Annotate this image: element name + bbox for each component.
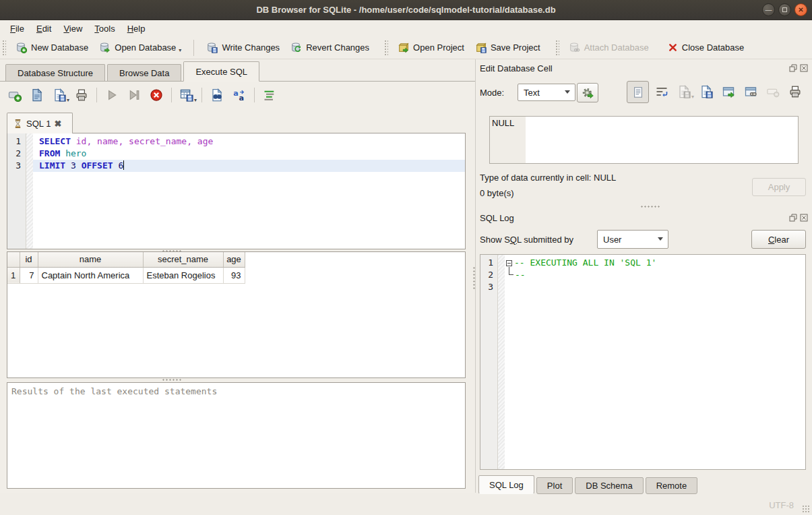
word-wrap-icon[interactable] xyxy=(655,85,668,98)
save-sql-file-button[interactable]: ▾ xyxy=(53,88,66,102)
menu-help[interactable]: Help xyxy=(121,22,152,36)
mode-select[interactable]: Text xyxy=(518,84,575,101)
main-tab-bar: Database Structure Browse Data Execute S… xyxy=(0,61,476,82)
sql-line-2: FROM hero xyxy=(33,148,465,160)
log-line-numbers: 1 2 3 xyxy=(480,255,498,469)
minimize-button[interactable]: ― xyxy=(762,3,775,16)
clear-log-button[interactable]: Clear xyxy=(751,230,806,249)
execute-all-icon xyxy=(105,88,119,102)
copy-link-icon[interactable] xyxy=(744,85,757,98)
open-project-button[interactable]: Open Project xyxy=(392,39,470,56)
save-sql-dropdown-icon[interactable]: ▾ xyxy=(67,97,69,103)
log-filter-select[interactable]: User xyxy=(597,230,668,249)
tab-plot[interactable]: Plot xyxy=(536,477,573,494)
tab-database-structure[interactable]: Database Structure xyxy=(5,64,105,81)
toolbar-grip[interactable] xyxy=(555,40,559,56)
results-message-box[interactable]: Results of the last executed statements xyxy=(7,382,466,489)
close-dock-icon[interactable] xyxy=(800,64,808,72)
save-project-button[interactable]: Save Project xyxy=(470,39,546,56)
maximize-button[interactable] xyxy=(778,3,791,16)
save-results-dropdown-icon[interactable]: ▾ xyxy=(194,97,197,103)
print-sql-button[interactable] xyxy=(75,88,88,102)
open-sql-file-button[interactable] xyxy=(30,88,44,102)
sql-line-3: LIMIT 3 OFFSET 6 xyxy=(33,160,465,172)
column-header-name[interactable]: name xyxy=(38,252,143,267)
menu-edit[interactable]: Edit xyxy=(30,22,57,36)
toolbar-grip[interactable] xyxy=(2,40,6,56)
menu-tools[interactable]: Tools xyxy=(88,22,121,36)
save-results-button[interactable]: ▾ xyxy=(180,88,193,102)
open-database-button[interactable]: Open Database ▾ xyxy=(94,39,187,56)
apply-button[interactable]: Apply xyxy=(752,178,806,196)
execute-all-button[interactable] xyxy=(105,88,119,102)
new-database-button[interactable]: New Database xyxy=(10,39,94,56)
sql-log-view[interactable]: 1 2 3 -- EXECUTING ALL IN 'SQL 1' -- xyxy=(480,254,806,470)
cell-age[interactable]: 93 xyxy=(223,267,245,283)
float-dock-icon[interactable] xyxy=(789,214,797,222)
menu-bar: File Edit View Tools Help xyxy=(0,20,812,36)
stop-execution-button[interactable] xyxy=(150,88,163,102)
tab-db-schema[interactable]: DB Schema xyxy=(575,477,643,494)
auto-complete-button[interactable]: a a xyxy=(232,88,246,102)
splitter-handle[interactable] xyxy=(162,378,182,382)
row-header[interactable]: 1 xyxy=(7,267,20,283)
log-content: -- EXECUTING ALL IN 'SQL 1' -- xyxy=(505,255,805,469)
find-button[interactable] xyxy=(210,88,224,102)
sql-toolbar-separator xyxy=(171,88,172,102)
export-cell-data-icon[interactable] xyxy=(699,85,713,98)
import-cell-data-button[interactable]: ▾ xyxy=(677,85,691,98)
open-external-icon[interactable] xyxy=(722,85,735,98)
tab-sql-log[interactable]: SQL Log xyxy=(478,475,534,494)
cell-editor-gutter: NULL xyxy=(490,117,526,163)
cell-id[interactable]: 7 xyxy=(20,267,38,283)
close-sql-tab-icon[interactable]: ✖ xyxy=(54,119,61,129)
apply-default-button[interactable] xyxy=(577,83,598,102)
print-cell-icon[interactable] xyxy=(788,85,802,98)
format-sql-button[interactable] xyxy=(263,88,276,102)
tab-browse-data[interactable]: Browse Data xyxy=(107,64,181,81)
editor-code-area[interactable]: SELECT id, name, secret_name, age FROM h… xyxy=(33,133,465,249)
close-dock-icon[interactable] xyxy=(800,214,808,222)
set-null-icon[interactable] xyxy=(766,85,780,98)
revert-changes-button[interactable]: Revert Changes xyxy=(285,39,375,56)
menu-file[interactable]: File xyxy=(4,22,30,36)
open-database-dropdown-icon[interactable]: ▾ xyxy=(179,47,181,53)
attach-database-button[interactable]: Attach Database xyxy=(563,39,654,56)
svg-text:a: a xyxy=(233,89,239,98)
text-mode-toggle[interactable] xyxy=(627,81,649,103)
sql-editor[interactable]: 1 2 3 SELECT id, name, secret_name, age … xyxy=(7,133,466,249)
cell-secret-name[interactable]: Esteban Rogelios xyxy=(143,267,223,283)
close-button[interactable]: ✕ xyxy=(794,3,807,16)
resize-grip[interactable] xyxy=(802,505,810,513)
column-header-id[interactable]: id xyxy=(20,252,38,267)
execute-line-button[interactable] xyxy=(127,88,141,102)
new-database-icon xyxy=(15,42,27,53)
find-icon xyxy=(210,88,224,102)
cell-editor[interactable]: NULL xyxy=(489,116,799,164)
menu-view[interactable]: View xyxy=(57,22,88,36)
tree-branch-icon xyxy=(509,267,513,275)
cell-editor-text-area[interactable] xyxy=(526,117,798,163)
dock-splitter-handle[interactable] xyxy=(640,205,660,208)
collapse-marker-icon[interactable] xyxy=(506,260,512,266)
edit-cell-dock-buttons xyxy=(789,64,808,72)
log-filter-label: Show SQL submitted by xyxy=(480,235,573,245)
tab-execute-sql[interactable]: Execute SQL xyxy=(183,61,259,82)
close-database-button[interactable]: Close Database xyxy=(662,40,750,55)
auto-complete-icon: a a xyxy=(232,88,246,102)
chevron-down-icon xyxy=(658,237,663,241)
tab-remote[interactable]: Remote xyxy=(646,477,698,494)
column-header-age[interactable]: age xyxy=(223,252,245,267)
new-sql-tab-button[interactable] xyxy=(8,88,22,102)
sql-editor-tab[interactable]: SQL 1 ✖ xyxy=(7,113,73,133)
column-header-secret-name[interactable]: secret_name xyxy=(143,252,223,267)
corner-header[interactable] xyxy=(7,252,20,267)
revert-changes-icon xyxy=(290,42,302,53)
open-project-icon xyxy=(398,42,409,53)
text-document-icon xyxy=(632,86,644,98)
cell-name[interactable]: Captain North America xyxy=(38,267,143,283)
toolbar-grip[interactable] xyxy=(384,40,388,56)
hourglass-icon xyxy=(13,119,23,129)
write-changes-button[interactable]: Write Changes xyxy=(201,39,285,56)
float-dock-icon[interactable] xyxy=(789,64,797,72)
